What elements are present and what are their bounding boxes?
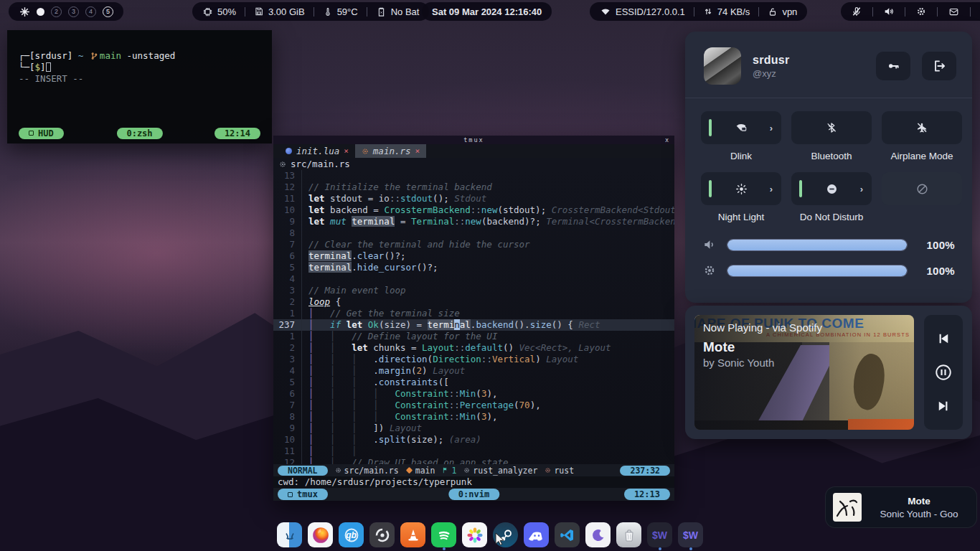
logout-button[interactable] [922,52,956,80]
dock-app-firefox[interactable] [308,522,333,547]
editor-tmux-bar: tmux 0:nvim 12:13 [273,488,674,501]
workspace-1[interactable] [37,8,44,16]
net-speed-stat: 74 KB/s [703,6,750,17]
code-area[interactable]: 1312// Initialize the terminal backend11… [273,170,674,464]
dock-app-vlc[interactable] [400,522,425,547]
mail-icon[interactable] [948,6,960,17]
tmux-clock-pill: 12:13 [624,489,670,500]
tab-main-rs[interactable]: main.rs × [355,144,426,158]
pause-button[interactable] [933,362,953,382]
album-art: SHAPE OF PUNK TO COMEA CHIMERICAL BOMBIN… [694,315,914,430]
tab-init-lua[interactable]: init.lua × [279,144,355,158]
dock-app-qbittorrent[interactable]: qb [339,522,364,547]
toggle-label: Bluetooth [811,151,852,162]
volume-icon[interactable] [883,6,895,17]
dock: qb$W$W [277,522,703,547]
speaker-icon [702,237,717,252]
code-line: 11let stdout = io::stdout(); Stdout [273,193,674,204]
rust-icon [545,467,551,474]
password-key-button[interactable] [876,52,910,80]
trash-icon [621,527,638,544]
brightness-value: 100% [918,265,955,277]
dock-app-discord[interactable] [524,522,549,547]
tmux-window-pill[interactable]: 0:nvim [448,489,499,500]
code-line: 7│ │ │ │ Constraint::Percentage(70), [273,400,674,411]
app-glyph-label: $W [647,522,672,547]
toggle-label: Dlink [730,151,752,162]
vscode-icon [559,527,576,544]
chevron-right-icon: › [770,123,773,133]
workspace-5[interactable]: 5 [103,6,113,17]
tab-close-icon[interactable]: × [415,146,420,156]
next-track-button[interactable] [933,396,953,416]
workspace-indicator[interactable]: 2345 [37,6,113,17]
brightness-slider[interactable] [727,265,908,277]
notification-popup[interactable]: Mote Sonic Youth - Goo [825,486,977,528]
toggle-do-not-disturb[interactable]: › [791,172,872,205]
dock-app-sw-app-1[interactable]: $W [647,522,672,547]
tab-close-icon[interactable]: × [344,146,349,156]
volume-slider[interactable] [727,239,908,251]
code-line: 13 [273,170,674,182]
workspace-4[interactable]: 4 [85,6,96,17]
code-line: 12// Initialize the terminal backend [273,182,674,193]
statusline: NORMAL src/main.rs main 1 rust_analyzer … [273,464,674,476]
statusline-file: src/main.rs [335,466,399,476]
previous-track-button[interactable] [933,329,953,349]
firefox-icon [311,526,330,545]
dock-app-vscode[interactable] [555,522,580,547]
cpu-stat: 50% [202,6,236,17]
clock[interactable]: Sat 09 Mar 2024 12:16:40 [422,2,552,21]
vpn-stat[interactable]: vpn [768,6,797,17]
editor-window[interactable]: tmux x init.lua × main.rs × src/main.rs … [273,136,674,501]
tmux-session-pill[interactable]: tmux [278,489,328,500]
tmux-session-pill[interactable]: HUD [19,128,64,139]
dock-app-obs[interactable] [369,522,395,547]
wifi-stat[interactable]: ESSID/127.0.0.1 [600,6,685,17]
toggle-label: Night Light [718,212,765,223]
code-line: 3│ │ │ .direction(Direction::Vertical) L… [273,354,674,365]
top-status-bar: 2345 50% 3.00 GiB [0,0,980,23]
dock-app-sw-app-2[interactable]: $W [678,522,703,547]
code-line-current: 237│ if let Ok(size) = terminal.backend(… [273,319,674,331]
dock-app-photos[interactable] [462,522,487,547]
file-manager-icon [281,527,298,544]
dock-app-file-manager[interactable] [277,522,302,547]
gear-icon [463,467,470,474]
cursor-position-pill: 237:32 [620,466,670,476]
gear-icon [279,161,286,168]
git-branch-icon [90,52,98,60]
toggle-night-light[interactable]: › [701,172,781,205]
workspace-3[interactable]: 3 [68,6,79,17]
active-indicator [709,180,712,197]
thermometer-icon [323,6,333,17]
dock-app-spotify[interactable] [431,522,456,547]
tmux-window-pill[interactable]: 0:zsh [116,128,162,139]
zen-browser-icon [590,527,607,544]
window-titlebar[interactable]: tmux x [273,136,674,144]
photos-icon [466,526,484,545]
memory-stat: 3.00 GiB [254,6,305,17]
toggle-dlink[interactable]: › [701,111,781,144]
settings-gear-icon[interactable] [915,6,927,17]
track-title: Mote [703,339,822,355]
code-line: 3// Main event loop [273,285,674,296]
code-line: 4 [273,273,674,285]
microphone-muted-icon[interactable] [851,6,862,17]
code-line: 8 [273,227,674,239]
blocked-icon [915,182,929,196]
toggle-blocked[interactable] [882,172,962,205]
dock-app-zen-browser[interactable] [585,522,611,547]
battery-stat: No Bat [376,6,420,17]
toggle-bluetooth[interactable] [791,111,872,144]
distro-flower-icon[interactable] [19,6,31,18]
window-close-button[interactable]: x [665,136,669,143]
running-indicator-dot [689,547,692,550]
workspace-2[interactable]: 2 [51,6,62,17]
dock-app-trash[interactable] [616,522,641,547]
avatar [704,47,741,85]
media-player-card: SHAPE OF PUNK TO COMEA CHIMERICAL BOMBIN… [685,306,972,439]
terminal-window[interactable]: ┌─[srdusr] ~ main -unstaged └─[$] -- INS… [7,30,272,143]
toggle-airplane-mode[interactable] [882,111,962,144]
rust-file-icon [362,148,369,155]
